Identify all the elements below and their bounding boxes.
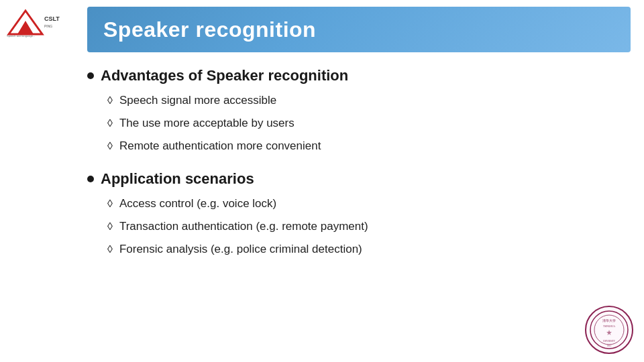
list-item: ◊ The use more acceptable by users: [107, 115, 617, 131]
svg-marker-9: [606, 330, 612, 335]
list-item: ◊ Access control (e.g. voice lock): [107, 196, 617, 212]
section-advantages: Advantages of Speaker recognition ◊ Spee…: [87, 67, 617, 154]
diamond-icon-1: ◊: [107, 93, 113, 109]
diamond-icon-3: ◊: [107, 138, 113, 154]
diamond-icon-5: ◊: [107, 219, 113, 235]
diamond-icon-6: ◊: [107, 241, 113, 257]
applications-list: ◊ Access control (e.g. voice lock) ◊ Tra…: [107, 196, 617, 257]
advantage-item-2: The use more acceptable by users: [119, 115, 294, 131]
content-area: Advantages of Speaker recognition ◊ Spee…: [87, 67, 617, 349]
section-title-applications: Application scenarios: [101, 170, 254, 188]
slide-title: Speaker recognition: [103, 17, 316, 42]
diamond-icon-2: ◊: [107, 115, 113, 131]
svg-text:清华大学: 清华大学: [602, 318, 616, 322]
slide-container: CSLT PING Speech and language... Speaker…: [0, 0, 644, 362]
university-seal: 清华大学 TSINGHUA UNIVERSITY 1911: [585, 306, 633, 354]
bullet-dot-2: [87, 176, 94, 182]
diamond-icon-4: ◊: [107, 196, 113, 212]
title-banner: Speaker recognition: [87, 7, 631, 52]
application-item-3: Forensic analysis (e.g. police criminal …: [119, 241, 362, 257]
list-item: ◊ Forensic analysis (e.g. police crimina…: [107, 241, 617, 257]
svg-text:TSINGHUA: TSINGHUA: [603, 325, 615, 328]
svg-text:Speech and language...: Speech and language...: [7, 34, 35, 38]
advantage-item-3: Remote authentication more convenient: [119, 138, 321, 154]
section-title-advantages: Advantages of Speaker recognition: [101, 67, 348, 84]
svg-text:CSLT: CSLT: [44, 15, 60, 22]
svg-text:1911: 1911: [607, 345, 611, 347]
list-item: ◊ Remote authentication more convenient: [107, 138, 617, 154]
bullet-dot-1: [87, 72, 94, 79]
list-item: ◊ Transaction authentication (e.g. remot…: [107, 219, 617, 235]
bottom-right-logo: 清华大学 TSINGHUA UNIVERSITY 1911: [585, 306, 633, 354]
advantage-item-1: Speech signal more accessible: [119, 93, 276, 109]
application-item-2: Transaction authentication (e.g. remote …: [119, 219, 368, 235]
section-heading-applications: Application scenarios: [87, 170, 617, 188]
section-applications: Application scenarios ◊ Access control (…: [87, 170, 617, 257]
svg-marker-1: [17, 21, 34, 34]
top-left-logo: CSLT PING Speech and language...: [5, 5, 79, 39]
svg-text:UNIVERSITY: UNIVERSITY: [603, 340, 616, 343]
svg-text:PING: PING: [44, 24, 52, 28]
section-heading-advantages: Advantages of Speaker recognition: [87, 67, 617, 84]
list-item: ◊ Speech signal more accessible: [107, 93, 617, 109]
application-item-1: Access control (e.g. voice lock): [119, 196, 276, 212]
advantages-list: ◊ Speech signal more accessible ◊ The us…: [107, 93, 617, 154]
